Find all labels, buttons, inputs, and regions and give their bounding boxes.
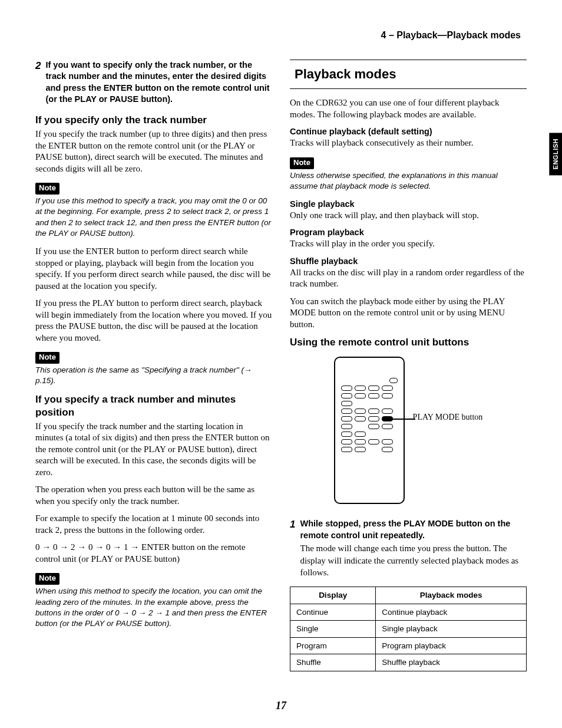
paragraph: If you use the ENTER button to perform d… (35, 246, 272, 292)
subheading-single: Single playback (290, 199, 527, 210)
subheading-continue: Continue playback (default setting) (290, 126, 527, 137)
table-header-display: Display (290, 587, 376, 604)
subheading-shuffle: Shuffle playback (290, 256, 527, 267)
cell-mode: Single playback (376, 621, 527, 638)
cell-display: Shuffle (290, 654, 376, 671)
paragraph: If you press the PLAY button to perform … (35, 298, 272, 344)
cell-display: Program (290, 637, 376, 654)
note-text: This operation is the same as "Specifyin… (35, 365, 272, 386)
heading-playback-modes: Playback modes (290, 60, 527, 90)
heading-remote-buttons: Using the remote control unit buttons (290, 336, 527, 348)
remote-outline (334, 357, 405, 504)
cell-mode: Shuffle playback (376, 654, 527, 671)
step-number: 2 (35, 60, 41, 106)
step-number: 1 (290, 518, 295, 578)
paragraph: You can switch the playback mode either … (290, 296, 527, 331)
heading-track-number: If you specify only the track number (35, 114, 272, 126)
step-text-body: The mode will change each time you press… (300, 542, 527, 578)
note-label: Note (35, 183, 59, 195)
page-number: 17 (0, 699, 562, 713)
table-row: ContinueContinue playback (290, 604, 527, 621)
cell-mode: Program playback (376, 637, 527, 654)
paragraph: On the CDR632 you can use one of four di… (290, 97, 527, 120)
step-2: 2 If you want to specify only the track … (35, 60, 272, 106)
note-label: Note (35, 573, 59, 585)
playback-modes-table: Display Playback modes ContinueContinue … (290, 587, 527, 671)
note-text: When using this method to specify the lo… (35, 586, 272, 629)
right-column: Playback modes On the CDR632 you can use… (290, 60, 527, 671)
paragraph: The operation when you press each button… (35, 484, 272, 507)
note-text: Unless otherwise specified, the explanat… (290, 170, 527, 192)
table-header-modes: Playback modes (376, 587, 527, 604)
remote-diagram: PLAY MODE button (290, 357, 527, 504)
paragraph: Tracks will playback consecutively as th… (290, 137, 527, 149)
language-tab: ENGLISH (549, 133, 562, 175)
paragraph: For example to specify the location at 1… (35, 513, 272, 536)
heading-minutes-position: If you specify a track number and minute… (35, 393, 272, 419)
callout-play-mode: PLAY MODE button (413, 412, 483, 423)
cell-display: Continue (290, 604, 376, 621)
step-text: If you want to specify only the track nu… (45, 60, 272, 106)
step-1: 1 While stopped, press the PLAY MODE but… (290, 518, 527, 578)
note-text: If you use this method to specify a trac… (35, 196, 272, 239)
subheading-program: Program playback (290, 227, 527, 238)
paragraph: If you specify the track number (up to t… (35, 129, 272, 174)
paragraph: All tracks on the disc will play in a ra… (290, 267, 527, 290)
content-columns: 2 If you want to specify only the track … (35, 60, 527, 671)
table-row: ShuffleShuffle playback (290, 654, 527, 671)
note-label: Note (35, 352, 59, 364)
left-column: 2 If you want to specify only the track … (35, 60, 272, 671)
paragraph: Only one track will play, and then playb… (290, 210, 527, 222)
page-header: 4 – Playback—Playback modes (35, 29, 527, 42)
paragraph: If you specify the track number and the … (35, 421, 272, 479)
table-row: SingleSingle playback (290, 621, 527, 638)
paragraph: Tracks will play in the order you specif… (290, 238, 527, 250)
cell-display: Single (290, 621, 376, 638)
table-row: ProgramProgram playback (290, 637, 527, 654)
paragraph: 0 → 0 → 2 → 0 → 0 → 1 → ENTER button on … (35, 542, 272, 565)
note-label: Note (290, 157, 314, 169)
step-text-bold: While stopped, press the PLAY MODE butto… (300, 518, 527, 541)
cell-mode: Continue playback (376, 604, 527, 621)
